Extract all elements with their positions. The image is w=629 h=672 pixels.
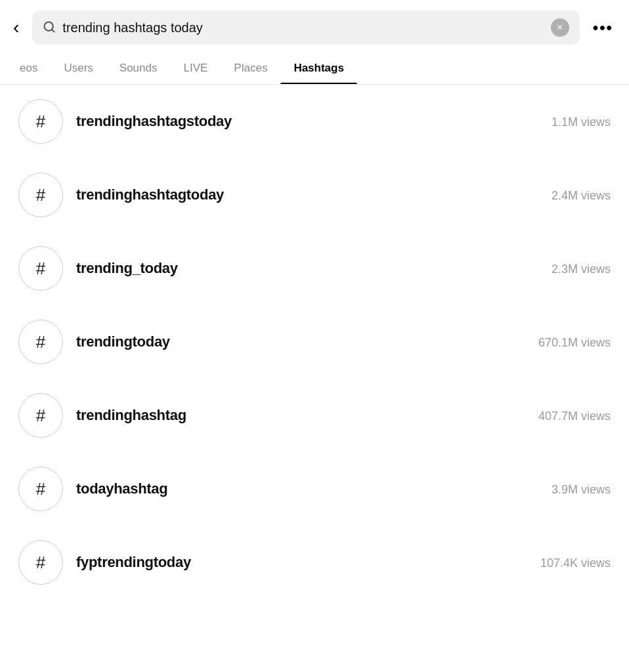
- tab-users[interactable]: Users: [51, 52, 106, 84]
- svg-line-1: [52, 29, 54, 32]
- hashtag-name: trending_today: [76, 260, 538, 277]
- hashtag-item[interactable]: # trending_today 2.3M views: [0, 232, 629, 305]
- hashtag-views: 1.1M views: [552, 116, 611, 129]
- hashtag-info: trendinghashtagtoday: [76, 186, 538, 203]
- hashtag-row: todayhashtag 3.9M views: [76, 480, 611, 497]
- hashtag-name: todayhashtag: [76, 480, 538, 497]
- hashtag-item[interactable]: # trendinghashtagtoday 2.4M views: [0, 158, 629, 232]
- clear-button[interactable]: ×: [551, 18, 569, 37]
- hashtag-icon-circle: #: [18, 467, 63, 511]
- hashtag-info: trendinghashtag: [76, 407, 525, 424]
- search-bar[interactable]: trending hashtags today ×: [32, 10, 579, 45]
- hashtag-icon-circle: #: [18, 320, 63, 364]
- hashtag-item[interactable]: # trendingtoday 670.1M views: [0, 305, 629, 379]
- hashtag-row: fyptrendingtoday 107.4K views: [76, 554, 611, 571]
- hashtag-name: trendinghashtagtoday: [76, 186, 538, 203]
- header: ‹ trending hashtags today × •••: [0, 0, 629, 52]
- hashtag-row: trendinghashtagtoday 2.4M views: [76, 186, 611, 203]
- hashtag-row: trendinghashtagstoday 1.1M views: [76, 113, 611, 130]
- tabs-bar: eosUsersSoundsLIVEPlacesHashtags: [0, 52, 629, 85]
- hashtag-icon-circle: #: [18, 246, 63, 291]
- hashtag-row: trendingtoday 670.1M views: [76, 333, 611, 350]
- hashtag-icon-circle: #: [18, 173, 63, 217]
- hashtag-item[interactable]: # todayhashtag 3.9M views: [0, 452, 629, 526]
- hash-symbol: #: [36, 112, 45, 132]
- hashtag-icon-circle: #: [18, 99, 63, 144]
- hashtag-list: # trendinghashtagstoday 1.1M views # tre…: [0, 85, 629, 599]
- hashtag-info: trending_today: [76, 260, 538, 277]
- hashtag-views: 2.4M views: [552, 189, 611, 203]
- tab-live[interactable]: LIVE: [171, 52, 221, 84]
- hashtag-info: trendinghashtagstoday: [76, 113, 538, 130]
- search-query-text: trending hashtags today: [62, 20, 544, 35]
- more-options-button[interactable]: •••: [588, 16, 616, 39]
- hashtag-name: trendinghashtagstoday: [76, 113, 538, 130]
- hash-symbol: #: [36, 479, 45, 499]
- hash-symbol: #: [36, 406, 45, 426]
- hashtag-row: trendinghashtag 407.7M views: [76, 407, 611, 424]
- hashtag-info: fyptrendingtoday: [76, 554, 527, 571]
- hashtag-icon-circle: #: [18, 540, 63, 585]
- hashtag-name: fyptrendingtoday: [76, 554, 527, 571]
- hashtag-row: trending_today 2.3M views: [76, 260, 611, 277]
- tab-places[interactable]: Places: [221, 52, 280, 84]
- hashtag-name: trendinghashtag: [76, 407, 525, 424]
- hashtag-icon-circle: #: [18, 393, 63, 438]
- hashtag-item[interactable]: # fyptrendingtoday 107.4K views: [0, 526, 629, 599]
- hash-symbol: #: [36, 185, 45, 205]
- hashtag-name: trendingtoday: [76, 333, 525, 350]
- hashtag-views: 670.1M views: [538, 336, 611, 350]
- hashtag-views: 2.3M views: [552, 262, 611, 276]
- hashtag-views: 3.9M views: [552, 483, 611, 497]
- hashtag-info: todayhashtag: [76, 480, 538, 497]
- tab-sounds[interactable]: Sounds: [106, 52, 171, 84]
- hashtag-views: 107.4K views: [540, 556, 611, 570]
- hashtag-item[interactable]: # trendinghashtag 407.7M views: [0, 379, 629, 452]
- hashtag-views: 407.7M views: [538, 410, 611, 423]
- search-icon: [43, 20, 56, 35]
- hash-symbol: #: [36, 332, 45, 352]
- tab-hashtags[interactable]: Hashtags: [280, 52, 357, 84]
- tab-videos[interactable]: eos: [7, 52, 51, 84]
- hash-symbol: #: [36, 259, 45, 279]
- hashtag-info: trendingtoday: [76, 333, 525, 350]
- back-button[interactable]: ‹: [11, 16, 24, 39]
- hash-symbol: #: [36, 553, 45, 573]
- hashtag-item[interactable]: # trendinghashtagstoday 1.1M views: [0, 85, 629, 158]
